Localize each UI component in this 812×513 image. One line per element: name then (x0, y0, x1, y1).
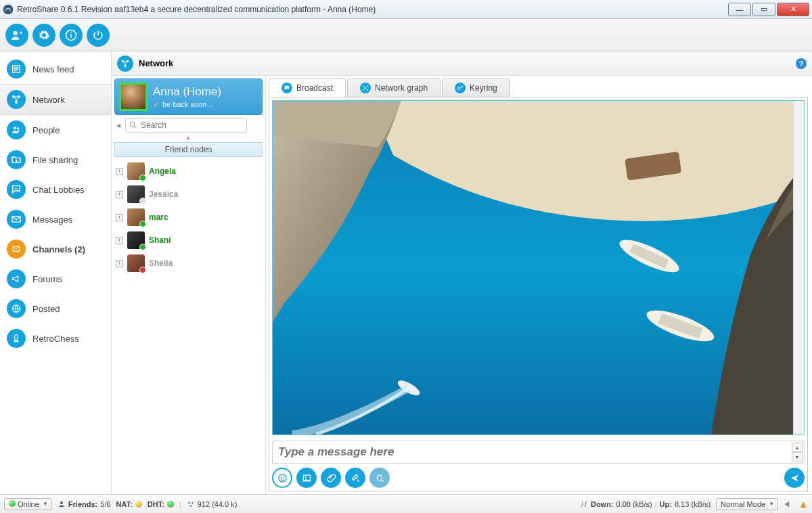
tab-broadcast[interactable]: Broadcast (269, 79, 346, 97)
nav-channels[interactable]: Channels (2) (0, 234, 111, 264)
friend-row[interactable]: + Sheila (114, 252, 263, 275)
svg-point-13 (17, 188, 18, 189)
friend-avatar (127, 208, 145, 226)
tab-keyring[interactable]: Keyring (442, 79, 510, 97)
svg-point-10 (17, 127, 19, 129)
settings-button[interactable] (32, 24, 55, 47)
nav-forums[interactable]: Forums (0, 264, 111, 294)
network-icon (7, 90, 26, 109)
friend-search-input[interactable] (125, 118, 247, 133)
friends-list-header[interactable]: Friend nodes (114, 142, 263, 157)
friend-name: Shani (149, 236, 171, 245)
help-icon[interactable]: ? (796, 58, 807, 69)
dht-status: DHT: (148, 500, 174, 508)
friend-name: marc (149, 213, 168, 222)
maximize-button[interactable]: ▭ (752, 3, 775, 16)
svg-point-23 (363, 85, 364, 87)
people-icon (7, 120, 26, 139)
power-button[interactable] (87, 24, 110, 47)
search-chat-button[interactable] (369, 468, 390, 488)
nat-led-icon (135, 501, 142, 508)
section-header: Network ? (112, 51, 812, 76)
svg-point-36 (280, 476, 281, 478)
friend-row[interactable]: + Jessica (114, 183, 263, 206)
pencil-icon (153, 101, 160, 108)
svg-point-1 (14, 31, 18, 35)
window-title: RetroShare 0.6.1 Revision aaf13eb4 a sec… (17, 5, 727, 14)
presence-offline-icon (139, 198, 146, 204)
presence-busy-icon (139, 267, 146, 273)
emoji-button[interactable] (272, 468, 292, 488)
mode-dropdown[interactable]: Normal Mode (716, 498, 778, 510)
app-icon (3, 4, 14, 15)
nav-retrochess[interactable]: RetroChess (0, 324, 111, 353)
section-title: Network (139, 58, 790, 68)
nav-label: Forums (32, 274, 62, 284)
stepper-up-button[interactable]: ▲ (792, 443, 803, 452)
friend-name: Jessica (149, 189, 178, 199)
network-icon (117, 55, 133, 72)
nav-posted[interactable]: Posted (0, 294, 111, 324)
toolbar (0, 19, 812, 51)
friend-name: Angela (149, 166, 176, 176)
presence-dropdown[interactable]: Online (4, 498, 52, 510)
send-button[interactable] (784, 468, 805, 488)
presence-online-icon (139, 175, 146, 181)
expand-icon[interactable]: + (116, 260, 123, 267)
svg-point-27 (458, 87, 460, 89)
chevron-left-icon[interactable]: ◂ (114, 120, 122, 130)
bandwidth-icon (580, 500, 588, 508)
sort-caret-icon[interactable]: ▴ (114, 135, 263, 139)
nav-chat-lobbies[interactable]: Chat Lobbies (0, 175, 111, 204)
newspaper-icon (7, 60, 26, 79)
info-button[interactable] (60, 24, 83, 47)
expand-icon[interactable]: + (116, 237, 123, 244)
svg-point-24 (367, 85, 368, 87)
attach-button[interactable] (321, 468, 341, 488)
nav-news-feed[interactable]: News feed (0, 54, 111, 84)
friends-panel: Anna (Home) be back soon… ◂ ▴ Fri (112, 76, 266, 494)
sound-icon[interactable] (784, 499, 793, 509)
svg-point-43 (191, 501, 194, 504)
friends-count: Friends: 5/6 (58, 500, 111, 508)
image-button[interactable] (296, 468, 317, 488)
tab-network-graph[interactable]: Network graph (347, 79, 441, 97)
expand-icon[interactable]: + (116, 168, 123, 175)
friend-row[interactable]: + marc (114, 206, 263, 229)
svg-point-11 (14, 188, 15, 189)
nav-label: Network (32, 95, 65, 105)
stepper-down-button[interactable]: ▼ (792, 452, 803, 462)
svg-point-39 (304, 476, 306, 478)
expand-icon[interactable]: + (116, 214, 123, 221)
peers-icon (187, 500, 195, 508)
tools-button[interactable] (345, 468, 365, 488)
friend-row[interactable]: + Shani (114, 229, 263, 252)
statusbar: Online Friends: 5/6 NAT: DHT: | 912 (44.… (0, 494, 812, 513)
warning-icon[interactable]: ▲ (798, 499, 808, 510)
scrollbar[interactable] (793, 101, 804, 434)
compose-toolbar (272, 468, 805, 488)
svg-point-35 (278, 474, 286, 481)
profile-card[interactable]: Anna (Home) be back soon… (114, 79, 263, 115)
minimize-button[interactable]: — (728, 3, 751, 16)
graph-icon (360, 83, 371, 93)
friend-avatar (127, 254, 145, 272)
nav-network[interactable]: Network (0, 84, 111, 115)
tabs: Broadcast Network graph Keyring (269, 79, 808, 97)
profile-name: Anna (Home) (153, 85, 221, 99)
friend-avatar (127, 185, 145, 203)
profile-avatar (119, 83, 148, 111)
svg-point-21 (130, 122, 135, 127)
person-icon (58, 500, 66, 508)
svg-point-40 (377, 475, 382, 481)
svg-point-42 (188, 501, 190, 504)
key-icon (455, 83, 466, 93)
friend-row[interactable]: + Angela (114, 160, 263, 183)
nav-file-sharing[interactable]: File sharing (0, 145, 111, 175)
nav-messages[interactable]: Messages (0, 204, 111, 234)
close-button[interactable]: ✕ (777, 3, 809, 16)
expand-icon[interactable]: + (116, 191, 123, 198)
message-input[interactable] (278, 445, 789, 459)
nav-people[interactable]: People (0, 115, 111, 145)
add-friend-button[interactable] (5, 24, 28, 47)
